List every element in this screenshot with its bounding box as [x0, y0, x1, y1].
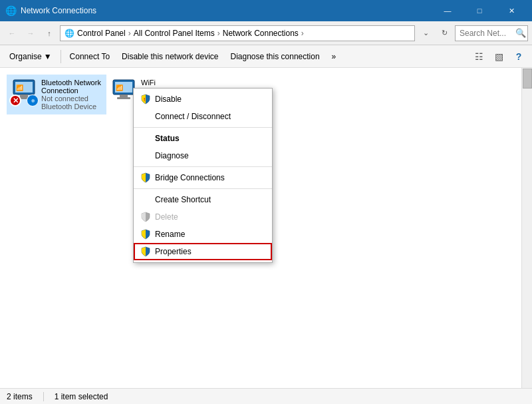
organise-label: Organise: [9, 52, 42, 61]
disable-device-button[interactable]: Disable this network device: [116, 47, 223, 66]
breadcrumb-all-items[interactable]: All Control Panel Items: [134, 29, 215, 38]
svg-rect-2: [20, 95, 28, 97]
scroll-thumb[interactable]: [523, 69, 532, 89]
ctx-shortcut-label: Create Shortcut: [155, 195, 211, 204]
bluetooth-name: Bluetooth Network Connection: [41, 79, 102, 95]
view-options-button[interactable]: ☷: [469, 47, 488, 66]
svg-text:!: !: [144, 97, 145, 102]
ctx-diagnose-label: Diagnose: [155, 151, 189, 160]
ctx-status[interactable]: Status: [134, 130, 272, 147]
breadcrumb-icon: 🌐: [65, 29, 74, 38]
svg-rect-7: [120, 95, 128, 97]
not-connected-overlay: ✕: [9, 95, 21, 106]
app-icon: 🌐: [5, 5, 17, 16]
shield-icon-rename: [140, 229, 151, 240]
maximize-button[interactable]: □: [464, 0, 495, 21]
forward-button[interactable]: →: [23, 25, 39, 41]
main-content: 📶 ✕ ⎈ Bluetooth Network Connection Not c…: [0, 68, 532, 388]
item-count: 2 items: [7, 392, 33, 401]
status-sep: [43, 392, 44, 401]
address-bar: ← → ↑ 🌐 Control Panel › All Control Pane…: [0, 21, 532, 45]
search-input[interactable]: [460, 29, 513, 38]
bluetooth-status: Not connected: [41, 95, 102, 102]
ctx-sep-2: [134, 166, 272, 167]
title-bar-controls: — □ ✕: [432, 0, 527, 21]
breadcrumb-control-panel[interactable]: Control Panel: [77, 29, 126, 38]
shield-icon-bridge: [140, 172, 151, 183]
ctx-properties-label: Properties: [155, 247, 192, 256]
help-button[interactable]: ?: [509, 47, 528, 66]
svg-rect-8: [117, 97, 130, 99]
toolbar-right: ☷ ▧ ?: [469, 47, 528, 66]
search-box[interactable]: 🔍: [455, 25, 528, 41]
title-bar-left: 🌐 Network Connections: [5, 5, 96, 16]
ctx-bridge[interactable]: Bridge Connections: [134, 169, 272, 186]
title-bar: 🌐 Network Connections — □ ✕: [0, 0, 532, 21]
organise-button[interactable]: Organise ▼: [4, 47, 57, 66]
ctx-rename[interactable]: Rename: [134, 226, 272, 243]
selected-count: 1 item selected: [55, 392, 108, 401]
up-button[interactable]: ↑: [41, 25, 57, 41]
breadcrumb-network[interactable]: Network Connections: [223, 29, 299, 38]
more-button[interactable]: »: [327, 47, 342, 66]
organise-chevron: ▼: [44, 52, 52, 61]
ctx-disable[interactable]: ! Disable: [134, 91, 272, 108]
ctx-connect[interactable]: Connect / Disconnect: [134, 108, 272, 125]
ctx-rename-label: Rename: [155, 230, 185, 239]
minimize-button[interactable]: —: [432, 0, 463, 21]
scrollbar[interactable]: [521, 68, 532, 388]
ctx-properties[interactable]: Properties: [134, 243, 272, 260]
back-button[interactable]: ←: [4, 25, 20, 41]
bluetooth-icon-wrap: 📶 ✕ ⎈: [11, 79, 37, 105]
ctx-delete-label: Delete: [155, 212, 178, 222]
ctx-delete[interactable]: Delete: [134, 208, 272, 226]
ctx-connect-label: Connect / Disconnect: [155, 112, 231, 121]
ctx-sep-3: [134, 188, 272, 189]
shield-icon-disable: !: [140, 94, 151, 104]
svg-text:📶: 📶: [116, 84, 124, 92]
shield-icon-properties: [140, 246, 151, 257]
close-button[interactable]: ✕: [496, 0, 527, 21]
window-title: Network Connections: [21, 6, 96, 15]
connect-to-button[interactable]: Connect To: [65, 47, 116, 66]
details-pane-button[interactable]: ▧: [489, 47, 508, 66]
ctx-diagnose[interactable]: Diagnose: [134, 147, 272, 164]
toolbar-separator-1: [61, 50, 61, 63]
search-icon[interactable]: 🔍: [515, 28, 526, 38]
ctx-shortcut[interactable]: Create Shortcut: [134, 191, 272, 208]
wifi-name: WiFi: [141, 79, 202, 87]
diagnose-button[interactable]: Diagnose this connection: [225, 47, 325, 66]
dropdown-button[interactable]: ⌄: [418, 25, 434, 41]
bluetooth-type: Bluetooth Device: [41, 102, 102, 110]
refresh-button[interactable]: ↻: [436, 25, 452, 41]
bluetooth-net-info: Bluetooth Network Connection Not connect…: [41, 79, 102, 110]
bluetooth-badge: ⎈: [27, 95, 39, 106]
bluetooth-network-item[interactable]: 📶 ✕ ⎈ Bluetooth Network Connection Not c…: [7, 75, 106, 114]
ctx-disable-label: Disable: [155, 95, 182, 104]
toolbar: Organise ▼ Connect To Disable this netwo…: [0, 45, 532, 68]
ctx-sep-1: [134, 127, 272, 128]
ctx-bridge-label: Bridge Connections: [155, 173, 225, 182]
status-bar: 2 items 1 item selected: [0, 388, 532, 404]
ctx-status-label: Status: [155, 134, 180, 143]
context-menu: ! Disable Connect / Disconnect Status Di…: [133, 88, 273, 263]
breadcrumb[interactable]: 🌐 Control Panel › All Control Panel Item…: [60, 25, 415, 41]
svg-text:📶: 📶: [16, 84, 24, 92]
shield-icon-delete: [140, 212, 151, 222]
